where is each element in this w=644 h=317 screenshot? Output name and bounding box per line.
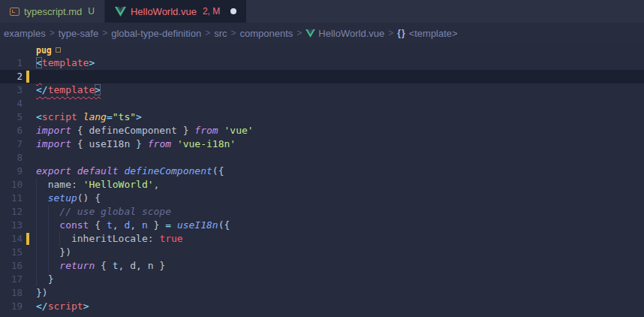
code-text	[36, 70, 42, 83]
code-text: const { t, d, n } = useI18n({	[36, 219, 230, 232]
error-squiggle: </template>	[36, 84, 101, 95]
error-squiggle: <template>	[36, 57, 95, 68]
line-number: 13	[0, 219, 23, 232]
breadcrumb-separator: >	[230, 28, 236, 38]
code-text: name: 'HelloWorld',	[36, 178, 159, 192]
tab-helloworld-vue[interactable]: HelloWorld.vue 2, M	[105, 0, 246, 23]
code-text: setup() {	[36, 192, 101, 205]
vue-icon	[115, 7, 126, 17]
code-line[interactable]: 14 inheritLocale: true	[0, 232, 644, 246]
code-line[interactable]: 10 name: 'HelloWorld',	[0, 178, 644, 192]
code-line[interactable]: 5<script lang="ts">	[0, 110, 644, 124]
line-number: 2	[0, 70, 23, 83]
line-number: 19	[0, 300, 23, 313]
code-line[interactable]: 18})	[0, 286, 644, 300]
line-number: 11	[0, 192, 23, 205]
code-line[interactable]: 12 // use global scope	[0, 205, 644, 219]
code-line[interactable]: 19</script>	[0, 300, 644, 313]
template-lang-indicator: pug	[0, 44, 644, 56]
code-line[interactable]: 2	[0, 70, 644, 83]
code-text: // use global scope	[36, 205, 171, 219]
code-text: </script>	[36, 300, 89, 313]
pug-lang-checkbox-icon[interactable]	[56, 47, 61, 53]
git-status-badge: U	[88, 6, 95, 17]
code-text: })	[36, 286, 48, 300]
markdown-icon	[10, 8, 20, 16]
breadcrumb-label: global-type-definition	[111, 28, 201, 39]
code-line[interactable]: 16 return { t, d, n }	[0, 259, 644, 273]
code-text: import { defineComponent } from 'vue'	[36, 124, 254, 137]
line-number: 5	[0, 110, 23, 124]
breadcrumb-item[interactable]: examples	[4, 28, 46, 39]
code-text: inheritLocale: true	[36, 232, 183, 246]
breadcrumb-separator: >	[388, 28, 393, 38]
breadcrumb-label: HelloWorld.vue	[318, 28, 384, 39]
code-line[interactable]: 4	[0, 97, 644, 110]
git-modified-marker	[26, 71, 29, 83]
tab-modified-dot[interactable]	[230, 8, 236, 14]
breadcrumb-item[interactable]: HelloWorld.vue	[305, 28, 384, 39]
code-line[interactable]: 8	[0, 151, 644, 165]
code-text: import { useI18n } from 'vue-i18n'	[36, 137, 236, 151]
problems-modified-badge: 2, M	[203, 6, 220, 17]
tab-typescript-md[interactable]: typescript.md U	[0, 0, 105, 23]
code-text: <script lang="ts">	[36, 110, 142, 124]
tab-label: typescript.md	[24, 6, 82, 17]
code-text: return { t, d, n }	[36, 259, 165, 273]
code-text: <template>	[36, 56, 95, 70]
breadcrumb-label: src	[214, 28, 227, 39]
breadcrumb-label: components	[240, 28, 293, 39]
vue-icon	[305, 29, 315, 38]
code-line[interactable]: 9export default defineComponent({	[0, 165, 644, 178]
code-text: })	[36, 246, 71, 259]
code-line[interactable]: 15 })	[0, 246, 644, 259]
line-number: 8	[0, 151, 23, 165]
breadcrumb-separator: >	[205, 28, 210, 38]
code-line[interactable]: 17 }	[0, 273, 644, 286]
code-line[interactable]: 11 setup() {	[0, 192, 644, 205]
breadcrumb-label: type-safe	[59, 28, 98, 39]
line-number: 9	[0, 165, 23, 178]
line-number: 3	[0, 83, 23, 97]
breadcrumb-separator: >	[50, 28, 55, 38]
code-text: }	[36, 273, 53, 286]
breadcrumb-item[interactable]: global-type-definition	[111, 28, 201, 39]
code-text: export default defineComponent({	[36, 165, 224, 178]
line-number: 4	[0, 97, 23, 110]
tab-bar: typescript.md U HelloWorld.vue 2, M	[0, 0, 644, 23]
breadcrumb-separator: >	[102, 28, 107, 38]
breadcrumb-item[interactable]: {}<template>	[397, 28, 457, 39]
code-line[interactable]: 1<template>	[0, 56, 644, 70]
line-number: 16	[0, 259, 23, 273]
tab-label: HelloWorld.vue	[131, 6, 197, 17]
symbol-braces-icon: {}	[397, 28, 405, 38]
breadcrumb: examples>type-safe>global-type-definitio…	[0, 23, 644, 44]
breadcrumb-item[interactable]: components	[240, 28, 293, 39]
breadcrumb-item[interactable]: type-safe	[59, 28, 98, 39]
breadcrumb-label: examples	[4, 28, 46, 39]
code-line[interactable]: 6import { defineComponent } from 'vue'	[0, 124, 644, 137]
line-number: 6	[0, 124, 23, 137]
line-number: 14	[0, 232, 23, 246]
error-squiggle	[36, 71, 42, 82]
code-editor[interactable]: pug 1<template>2 3</template>45<script l…	[0, 44, 644, 317]
code-line[interactable]: 3</template>	[0, 83, 644, 97]
code-line[interactable]: 7import { useI18n } from 'vue-i18n'	[0, 137, 644, 151]
line-number: 18	[0, 286, 23, 300]
line-number: 1	[0, 56, 23, 70]
breadcrumb-item[interactable]: src	[214, 28, 227, 39]
line-number: 17	[0, 273, 23, 286]
bracket-match-box: >	[95, 84, 101, 95]
code-text: </template>	[36, 83, 101, 97]
pug-lang-button[interactable]: pug	[36, 44, 52, 57]
code-line[interactable]: 13 const { t, d, n } = useI18n({	[0, 219, 644, 232]
line-number: 12	[0, 205, 23, 219]
line-number: 15	[0, 246, 23, 259]
breadcrumb-separator: >	[296, 28, 302, 38]
breadcrumb-label: <template>	[409, 28, 458, 39]
bracket-match-box: <	[36, 57, 42, 68]
git-modified-marker	[26, 233, 29, 245]
line-number: 7	[0, 137, 23, 151]
line-number: 10	[0, 178, 23, 192]
